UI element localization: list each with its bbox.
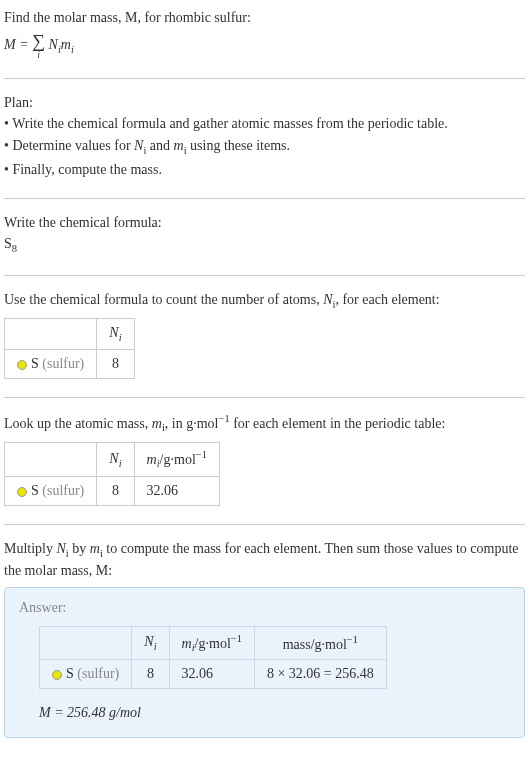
m-header: mi/g·mol−1	[134, 443, 219, 476]
n-value-cell: 8	[97, 476, 134, 505]
answer-box: Answer: Ni mi/g·mol−1 mass/g·mol−1 S (su…	[4, 587, 525, 738]
sulfur-dot-icon	[17, 487, 27, 497]
empty-header	[40, 626, 132, 659]
table-header-row: Ni	[5, 319, 135, 350]
molar-mass-formula: M = ∑i Nimi	[4, 32, 525, 60]
multiply-section: Multiply Ni by mi to compute the mass fo…	[4, 539, 525, 738]
mass-header: mass/g·mol−1	[254, 626, 386, 659]
n-value-cell: 8	[97, 350, 134, 379]
lookup-heading: Look up the atomic mass, mi, in g·mol−1 …	[4, 412, 525, 436]
sum-index: i	[32, 50, 45, 60]
element-cell: S (sulfur)	[40, 660, 132, 689]
answer-content: Ni mi/g·mol−1 mass/g·mol−1 S (sulfur) 8 …	[19, 626, 510, 723]
divider	[4, 524, 525, 525]
chemformula-heading: Write the chemical formula:	[4, 213, 525, 233]
divider	[4, 397, 525, 398]
answer-label: Answer:	[19, 600, 510, 616]
table-row: S (sulfur) 8 32.06 8 × 32.06 = 256.48	[40, 660, 387, 689]
lookup-table: Ni mi/g·mol−1 S (sulfur) 8 32.06	[4, 442, 220, 505]
formula-lhs: M =	[4, 37, 32, 52]
intro-section: Find the molar mass, M, for rhombic sulf…	[4, 8, 525, 60]
sum-symbol: ∑i	[32, 32, 45, 60]
formula-m: mi	[61, 37, 74, 52]
count-heading: Use the chemical formula to count the nu…	[4, 290, 525, 312]
plan-heading: Plan:	[4, 93, 525, 113]
empty-header	[5, 319, 97, 350]
n-value-cell: 8	[132, 660, 169, 689]
n-header: Ni	[97, 319, 134, 350]
multiply-heading: Multiply Ni by mi to compute the mass fo…	[4, 539, 525, 581]
empty-header	[5, 443, 97, 476]
answer-result: M = 256.48 g/mol	[39, 703, 510, 723]
chemformula-value: S8	[4, 234, 525, 256]
count-table: Ni S (sulfur) 8	[4, 318, 135, 379]
count-section: Use the chemical formula to count the nu…	[4, 290, 525, 379]
sulfur-dot-icon	[52, 670, 62, 680]
table-header-row: Ni mi/g·mol−1	[5, 443, 220, 476]
plan-bullet-2: • Determine values for Ni and mi using t…	[4, 136, 525, 158]
table-row: S (sulfur) 8 32.06	[5, 476, 220, 505]
n-header: Ni	[97, 443, 134, 476]
intro-text: Find the molar mass, M, for rhombic sulf…	[4, 8, 525, 28]
chemformula-section: Write the chemical formula: S8	[4, 213, 525, 257]
m-value-cell: 32.06	[169, 660, 254, 689]
element-cell: S (sulfur)	[5, 476, 97, 505]
n-header: Ni	[132, 626, 169, 659]
intro-line1: Find the molar mass, M, for rhombic sulf…	[4, 10, 251, 25]
mass-value-cell: 8 × 32.06 = 256.48	[254, 660, 386, 689]
plan-section: Plan: • Write the chemical formula and g…	[4, 93, 525, 180]
m-header: mi/g·mol−1	[169, 626, 254, 659]
m-value-cell: 32.06	[134, 476, 219, 505]
table-header-row: Ni mi/g·mol−1 mass/g·mol−1	[40, 626, 387, 659]
element-cell: S (sulfur)	[5, 350, 97, 379]
lookup-section: Look up the atomic mass, mi, in g·mol−1 …	[4, 412, 525, 506]
divider	[4, 275, 525, 276]
plan-bullet-3: • Finally, compute the mass.	[4, 160, 525, 180]
divider	[4, 198, 525, 199]
divider	[4, 78, 525, 79]
plan-bullet-1: • Write the chemical formula and gather …	[4, 114, 525, 134]
sulfur-dot-icon	[17, 360, 27, 370]
answer-table: Ni mi/g·mol−1 mass/g·mol−1 S (sulfur) 8 …	[39, 626, 387, 689]
formula-n: Ni	[49, 37, 61, 52]
sigma: ∑	[32, 32, 45, 50]
table-row: S (sulfur) 8	[5, 350, 135, 379]
